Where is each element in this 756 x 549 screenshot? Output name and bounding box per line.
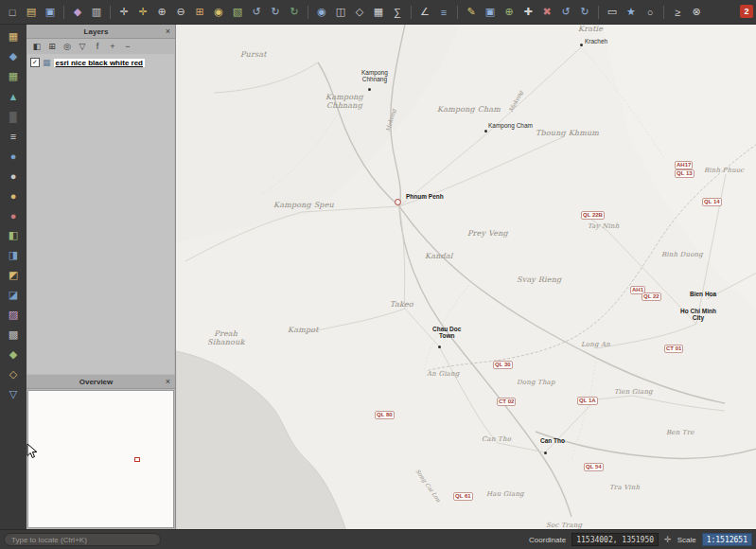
- expand-all-icon[interactable]: +: [107, 41, 118, 52]
- undo-icon[interactable]: ↺: [557, 4, 574, 21]
- attribute-table-icon[interactable]: ▦: [370, 4, 387, 21]
- zoom-next-icon[interactable]: ↻: [267, 4, 284, 21]
- add-point-cloud-layer-icon[interactable]: ▒: [6, 108, 22, 124]
- layer-visibility-checkbox[interactable]: ✓: [30, 58, 40, 67]
- map-canvas[interactable]: KratiePursatKampong ChhnangKampong ChamT…: [176, 25, 756, 529]
- layer-tree[interactable]: ✓ ▦ esri nice black white red: [27, 54, 174, 374]
- basemap: [176, 25, 756, 529]
- raster-layer-icon: ▦: [43, 59, 51, 67]
- zoom-out-icon[interactable]: ⊖: [172, 4, 189, 21]
- toolbar-separator: [411, 6, 412, 19]
- filter-by-expression-icon[interactable]: f: [92, 41, 103, 52]
- main-toolbar: □▤▣◆▥✛✛⊕⊖⊞◉▧↺↻↻◉◫◇▦∑∠≡✎▣⊕✚✖↺↻▭★○≥⊗ 2: [0, 0, 756, 25]
- add-raster-layer-icon[interactable]: ▦: [6, 68, 22, 84]
- refresh-map-icon[interactable]: ↻: [286, 4, 303, 21]
- deselect-features-icon[interactable]: ◇: [351, 4, 368, 21]
- zoom-full-icon[interactable]: ⊞: [191, 4, 208, 21]
- overview-panel-header[interactable]: Overview ×: [26, 375, 175, 389]
- python-console-icon[interactable]: ≥: [669, 4, 686, 21]
- bookmarks-icon[interactable]: ★: [623, 4, 640, 21]
- layer-name[interactable]: esri nice black white red: [54, 59, 145, 67]
- add-spatialite-layer-icon[interactable]: ●: [6, 168, 22, 184]
- layers-panel: Layers × ◧⊞◎▽f+− ✓ ▦ esri nice black whi…: [26, 25, 175, 375]
- layer-item[interactable]: ✓ ▦ esri nice black white red: [30, 58, 171, 67]
- add-group-icon[interactable]: ⊞: [46, 41, 58, 52]
- add-wcs-layer-icon[interactable]: ◨: [6, 247, 22, 263]
- open-layer-styling-icon[interactable]: ◧: [31, 41, 43, 52]
- temporal-controller-icon[interactable]: ○: [642, 4, 659, 21]
- save-edits-icon[interactable]: ▣: [482, 4, 499, 21]
- extents-icon[interactable]: ✛: [664, 535, 672, 544]
- close-icon[interactable]: ×: [161, 377, 170, 386]
- messages-badge[interactable]: 2: [740, 5, 753, 18]
- delete-selected-icon[interactable]: ✖: [538, 4, 555, 21]
- add-wfs-layer-icon[interactable]: ◩: [6, 267, 22, 283]
- select-features-icon[interactable]: ◫: [332, 4, 349, 21]
- overview-panel: Overview ×: [26, 375, 175, 529]
- city-dot: [484, 130, 487, 133]
- coordinate-label: Coordinate: [529, 536, 566, 544]
- measure-icon[interactable]: ∠: [416, 4, 433, 21]
- locator-input[interactable]: Type to locate (Ctrl+K): [4, 533, 161, 546]
- province-label: Long An: [581, 341, 610, 348]
- add-vector-layer-icon[interactable]: ◆: [6, 48, 22, 64]
- new-project-icon[interactable]: □: [4, 4, 21, 21]
- redo-icon[interactable]: ↻: [576, 4, 593, 21]
- scale-value[interactable]: 1:1512651: [702, 533, 752, 546]
- new-shapefile-layer-icon[interactable]: ◇: [6, 366, 22, 382]
- zoom-last-icon[interactable]: ↺: [248, 4, 265, 21]
- province-label: Soc Trang: [546, 522, 582, 529]
- city-label: Kracheh: [585, 38, 607, 44]
- province-label: Kampong Cham: [437, 105, 501, 114]
- new-geopackage-layer-icon[interactable]: ◆: [6, 346, 22, 363]
- vertex-tool-icon[interactable]: ✚: [519, 4, 536, 21]
- add-vector-tile-layer-icon[interactable]: ▨: [6, 307, 22, 323]
- toolbar-separator: [663, 6, 664, 19]
- pan-map-icon[interactable]: ✛: [115, 4, 132, 21]
- close-icon[interactable]: ×: [161, 27, 170, 36]
- province-label: Kratie: [578, 25, 603, 33]
- add-mesh-layer-icon[interactable]: ▲: [6, 88, 22, 104]
- province-label: Svay Rieng: [517, 275, 561, 284]
- layers-panel-header[interactable]: Layers ×: [26, 25, 175, 39]
- overview-map[interactable]: [27, 390, 174, 528]
- save-project-icon[interactable]: ▣: [42, 4, 59, 21]
- open-data-source-manager-icon[interactable]: ▦: [6, 28, 22, 44]
- zoom-in-icon[interactable]: ⊕: [153, 4, 170, 21]
- identify-features-icon[interactable]: ◉: [313, 4, 330, 21]
- add-oracle-layer-icon[interactable]: ●: [6, 207, 22, 223]
- style-manager-icon[interactable]: ◆: [69, 4, 86, 21]
- add-delimited-text-layer-icon[interactable]: ≡: [6, 128, 22, 144]
- add-arcgis-rest-layer-icon[interactable]: ◪: [6, 287, 22, 303]
- new-layout-icon[interactable]: ▭: [604, 4, 621, 21]
- pan-to-selection-icon[interactable]: ✛: [134, 4, 151, 21]
- city-label: Phnum Penh: [406, 193, 444, 200]
- add-feature-icon[interactable]: ⊕: [501, 4, 518, 21]
- add-wms-layer-icon[interactable]: ◧: [6, 227, 22, 243]
- coordinate-value[interactable]: 11534002, 1351950: [571, 533, 659, 546]
- add-postgis-layer-icon[interactable]: ●: [6, 148, 22, 164]
- new-virtual-layer-icon[interactable]: ▽: [6, 386, 22, 402]
- road-shield-label: QL 22: [642, 292, 661, 301]
- toggle-editing-icon[interactable]: ✎: [463, 4, 480, 21]
- province-label: Hau Giang: [486, 490, 524, 498]
- road-shield-label: AH17: [675, 161, 693, 169]
- filter-legend-icon[interactable]: ▽: [77, 41, 88, 52]
- zoom-to-selection-icon[interactable]: ◉: [210, 4, 227, 21]
- processing-toolbox-icon[interactable]: ⊗: [688, 4, 705, 21]
- road-shield-label: QL 54: [584, 463, 604, 471]
- road-shield-label: QL 14: [702, 198, 722, 206]
- add-mssql-layer-icon[interactable]: ●: [6, 187, 22, 204]
- province-label: Prey Veng: [467, 229, 508, 238]
- city-label: Can Tho: [540, 437, 565, 444]
- toolbar-separator: [110, 6, 111, 19]
- layout-manager-icon[interactable]: ▥: [88, 4, 105, 21]
- add-xyz-layer-icon[interactable]: ▩: [6, 327, 22, 343]
- field-calculator-icon[interactable]: ∑: [389, 4, 406, 21]
- statistics-icon[interactable]: ≡: [435, 4, 452, 21]
- collapse-all-icon[interactable]: −: [122, 41, 133, 52]
- manage-map-themes-icon[interactable]: ◎: [62, 41, 73, 52]
- zoom-to-layer-icon[interactable]: ▧: [229, 4, 246, 21]
- open-project-icon[interactable]: ▤: [23, 4, 40, 21]
- overview-extent-rect[interactable]: [134, 457, 140, 462]
